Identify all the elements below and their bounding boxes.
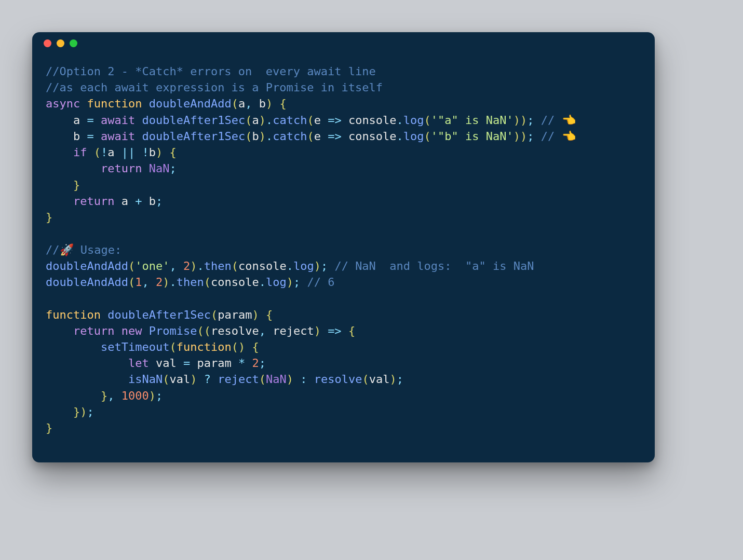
code-token xyxy=(94,130,101,143)
code-token: ( xyxy=(232,97,238,110)
code-token: reject xyxy=(218,373,259,386)
code-token: ( xyxy=(169,340,176,353)
code-token: ? xyxy=(204,373,211,386)
code-token: ( xyxy=(424,114,431,127)
code-token: resolve xyxy=(314,373,362,386)
code-token: ( xyxy=(94,146,101,159)
code-token xyxy=(534,130,541,143)
code-window: //Option 2 - *Catch* errors on every awa… xyxy=(32,32,655,462)
code-token xyxy=(94,114,101,127)
code-token xyxy=(46,195,73,208)
code-token: * xyxy=(238,357,245,370)
code-token: ) xyxy=(314,324,321,337)
code-token: || xyxy=(121,146,136,159)
code-token: log xyxy=(403,130,424,143)
code-line: } xyxy=(46,177,641,193)
code-line: } xyxy=(46,209,641,225)
code-token xyxy=(46,146,73,159)
code-token: b xyxy=(252,97,266,110)
code-token xyxy=(328,259,334,272)
code-token xyxy=(177,259,183,272)
code-token: 🚀 xyxy=(60,243,74,256)
code-token: a xyxy=(46,114,87,127)
code-token xyxy=(114,324,121,337)
code-line: a = await doubleAfter1Sec(a).catch(e => … xyxy=(46,112,641,128)
code-token: if xyxy=(73,146,87,159)
code-token: { xyxy=(279,97,286,110)
code-token: 1 xyxy=(135,276,142,289)
minimize-icon[interactable] xyxy=(57,39,64,47)
code-token: ( xyxy=(245,130,252,143)
code-token xyxy=(197,373,204,386)
code-token xyxy=(135,114,142,127)
code-token xyxy=(46,357,128,370)
code-token: b xyxy=(46,130,87,143)
code-line: //Option 2 - *Catch* errors on every awa… xyxy=(46,63,641,79)
code-token xyxy=(87,146,93,159)
stage: //Option 2 - *Catch* errors on every awa… xyxy=(0,0,743,560)
code-token: await xyxy=(101,114,135,127)
code-token: let xyxy=(128,357,149,370)
code-token: { xyxy=(252,340,259,353)
code-token: ! xyxy=(101,146,107,159)
code-token xyxy=(142,97,148,110)
code-token: { xyxy=(169,146,176,159)
code-token xyxy=(321,324,328,337)
code-token: a xyxy=(107,146,121,159)
code-token: . xyxy=(197,259,204,272)
code-token: { xyxy=(348,324,355,337)
code-token: . xyxy=(397,114,403,127)
code-token: ) xyxy=(252,308,259,321)
code-token: ) xyxy=(190,259,197,272)
code-token xyxy=(80,97,87,110)
code-token: . xyxy=(287,259,293,272)
code-token: a xyxy=(114,195,135,208)
code-token: ) xyxy=(287,373,293,386)
code-token: console xyxy=(342,130,397,143)
code-token: function xyxy=(87,97,142,110)
code-line: return a + b; xyxy=(46,193,641,209)
code-token: . xyxy=(266,130,273,143)
code-token: // NaN and logs: "a" is NaN xyxy=(334,259,534,272)
code-token: , xyxy=(259,324,266,337)
code-token: + xyxy=(135,195,142,208)
code-token: log xyxy=(266,276,287,289)
code-token: ( xyxy=(163,373,169,386)
code-token: ) xyxy=(163,276,169,289)
code-token: 'one' xyxy=(135,259,169,272)
code-token: (( xyxy=(197,324,211,337)
maximize-icon[interactable] xyxy=(70,39,77,47)
code-token: 2 xyxy=(183,259,190,272)
code-token: doubleAndAdd xyxy=(149,97,232,110)
code-token: 2 xyxy=(252,357,259,370)
code-token: catch xyxy=(273,130,307,143)
code-token: NaN xyxy=(266,373,287,386)
code-token: 👈 xyxy=(562,130,576,143)
code-token: async xyxy=(46,97,80,110)
code-token xyxy=(163,146,169,159)
code-token: ) xyxy=(314,259,321,272)
code-token: } xyxy=(46,211,52,224)
code-line: } xyxy=(46,420,641,436)
close-icon[interactable] xyxy=(44,39,51,47)
code-token: ( xyxy=(259,373,266,386)
code-token xyxy=(46,324,73,337)
code-token: ( xyxy=(362,373,369,386)
window-titlebar xyxy=(32,32,655,54)
code-token: . xyxy=(259,276,266,289)
code-line: function doubleAfter1Sec(param) { xyxy=(46,307,641,323)
code-line xyxy=(46,225,641,241)
code-token: , xyxy=(169,259,176,272)
code-token xyxy=(135,130,142,143)
code-token: )) xyxy=(514,130,528,143)
code-token: '"a" is NaN' xyxy=(431,114,514,127)
code-token: ) xyxy=(389,373,396,386)
code-token: resolve xyxy=(211,324,259,337)
code-token: Promise xyxy=(149,324,197,337)
code-token: e xyxy=(314,114,328,127)
code-token xyxy=(114,389,121,402)
code-token: }) xyxy=(73,405,87,418)
code-line: return new Promise((resolve, reject) => … xyxy=(46,323,641,339)
code-token: = xyxy=(183,357,190,370)
code-token xyxy=(259,308,266,321)
